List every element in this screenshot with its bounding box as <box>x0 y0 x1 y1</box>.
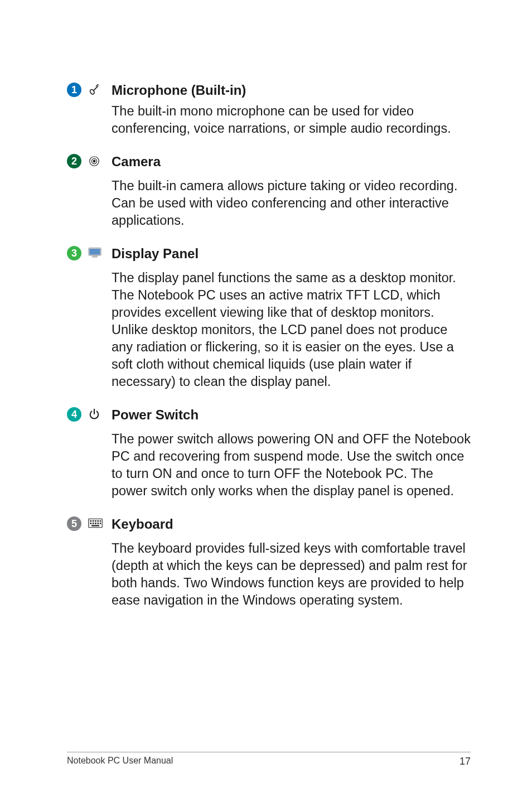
feature-item-display: 3 Display Panel The display panel functi… <box>67 246 471 400</box>
text-col: Camera The built-in camera allows pictur… <box>112 154 471 239</box>
feature-title: Power Switch <box>112 407 471 423</box>
number-badge: 5 <box>67 516 81 531</box>
camera-icon <box>88 155 100 167</box>
feature-item-power: 4 Power Switch The power switch allows p… <box>67 407 471 510</box>
svg-rect-12 <box>95 520 96 522</box>
feature-title: Microphone (Built-in) <box>112 83 471 98</box>
svg-point-4 <box>93 160 95 162</box>
number-badge: 3 <box>67 246 81 260</box>
number-badge: 2 <box>67 154 81 168</box>
feature-description: The built-in mono microphone can be used… <box>112 103 471 137</box>
feature-description: The power switch allows powering ON and … <box>112 431 471 500</box>
feature-description: The built-in camera allows picture takin… <box>112 177 471 229</box>
svg-rect-14 <box>100 520 101 522</box>
number-badge-col: 3 <box>67 246 88 400</box>
text-col: Display Panel The display panel function… <box>112 246 471 400</box>
feature-description: The keyboard provides full-sized keys wi… <box>112 540 471 609</box>
svg-rect-11 <box>93 520 94 522</box>
feature-item-keyboard: 5 Keyboard The keyboard provides full-si… <box>67 516 471 619</box>
page-content: 1 Microphone (Built-in) The built-in mon… <box>0 0 532 619</box>
number-badge-col: 4 <box>67 407 88 510</box>
svg-rect-20 <box>91 525 99 526</box>
number-badge-col: 5 <box>67 516 88 619</box>
number-badge: 1 <box>67 83 81 97</box>
svg-rect-16 <box>93 523 94 524</box>
svg-rect-18 <box>97 523 99 524</box>
feature-item-camera: 2 Camera The built-in camera allows pict… <box>67 154 471 239</box>
keyboard-icon <box>88 518 103 529</box>
text-col: Microphone (Built-in) The built-in mono … <box>112 83 471 147</box>
number-badge-col: 1 <box>67 83 88 147</box>
icon-col <box>88 154 112 239</box>
svg-rect-10 <box>90 520 91 522</box>
svg-rect-13 <box>97 520 99 522</box>
text-col: Keyboard The keyboard provides full-size… <box>112 516 471 619</box>
svg-rect-17 <box>95 523 96 524</box>
number-badge: 4 <box>67 407 81 422</box>
footer-title: Notebook PC User Manual <box>67 756 173 767</box>
power-icon <box>88 408 100 421</box>
svg-line-1 <box>94 86 98 90</box>
microphone-icon <box>88 84 100 96</box>
feature-item-microphone: 1 Microphone (Built-in) The built-in mon… <box>67 83 471 147</box>
feature-title: Display Panel <box>112 246 471 262</box>
svg-rect-15 <box>90 523 91 524</box>
icon-col <box>88 83 112 147</box>
page-footer: Notebook PC User Manual 17 <box>67 752 471 767</box>
number-badge-col: 2 <box>67 154 88 239</box>
display-icon <box>88 247 101 258</box>
icon-col <box>88 516 112 619</box>
feature-title: Camera <box>112 154 471 170</box>
text-col: Power Switch The power switch allows pow… <box>112 407 471 510</box>
svg-rect-7 <box>93 256 98 258</box>
footer-page-number: 17 <box>460 756 471 767</box>
feature-description: The display panel functions the same as … <box>112 269 471 390</box>
svg-rect-19 <box>100 523 101 524</box>
icon-col <box>88 407 112 510</box>
svg-rect-6 <box>90 249 100 254</box>
feature-title: Keyboard <box>112 516 471 532</box>
icon-col <box>88 246 112 400</box>
